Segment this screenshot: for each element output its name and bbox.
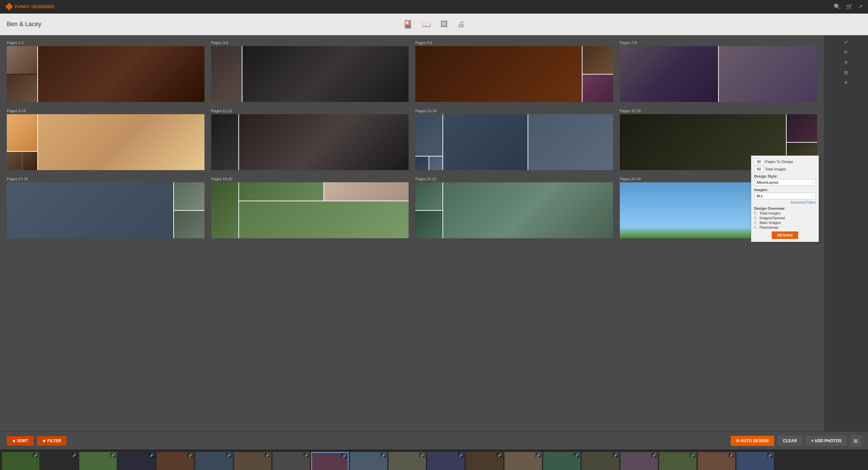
spread-3-4[interactable]: Pages 3-4 <box>211 41 409 102</box>
clear-button[interactable]: CLEAR <box>777 436 802 446</box>
album-grid: Pages 1-2 Pages 3-4 Pages 5-6 <box>0 35 824 431</box>
layout-icon[interactable]: 🖼 <box>440 20 448 29</box>
film-item-18[interactable]: ★☆☆☆☆ ♡ 🔗 <box>659 452 696 470</box>
film-item-13[interactable]: ★☆☆☆☆ ♡ 🔗 <box>466 452 503 470</box>
book-icon[interactable]: 📖 <box>422 20 431 29</box>
film-item-12[interactable]: ★☆☆☆☆ ♡ 🔗 <box>427 452 465 470</box>
main-images-label: Main Images <box>760 221 781 225</box>
secondary-bar: Ben & Lacey 🎴 📖 🖼 🖨 <box>0 14 868 35</box>
spread-17-18[interactable]: Pages 17-18 <box>7 177 204 238</box>
total-images-ov-row: 0 Total Images <box>754 211 816 215</box>
film-item-14[interactable]: ★☆☆☆☆ ♡ 🔗 <box>505 452 542 470</box>
design-style-value: AlbumLayout <box>756 180 778 184</box>
app-name: FUNDY DESIGNER <box>15 4 54 9</box>
add-photos-button[interactable]: + ADD PHOTOS <box>806 436 847 446</box>
spread-13-14[interactable]: Pages 13-14 <box>415 109 613 170</box>
film-item-20[interactable]: ★☆☆☆☆ ♡ 🔗 <box>736 452 774 470</box>
film-item-9[interactable]: ★☆☆☆☆ ♡ 🔗 <box>311 452 349 470</box>
spread-11-12[interactable]: Pages 11-12 <box>211 109 409 170</box>
cart-icon[interactable]: 🛒 <box>846 3 853 10</box>
film-item-5[interactable]: ★☆☆☆☆ ♡ 🔗 <box>157 452 194 470</box>
advanced-filters-link[interactable]: Advanced Filters <box>754 201 816 204</box>
add-photos-label: + ADD PHOTOS <box>811 438 842 443</box>
images-value: ALL <box>756 194 763 198</box>
spread-label: Pages 17-18 <box>7 177 204 181</box>
film-item-7[interactable]: ★☆☆☆☆ ♡ 🔗 <box>234 452 271 470</box>
film-item-16[interactable]: ★☆☆☆☆ ♡ 🔗 <box>582 452 619 470</box>
panoramas-val: 0 <box>754 225 758 229</box>
fundy-logo-icon <box>5 3 13 11</box>
images-dropdown[interactable]: ALL › <box>754 192 816 199</box>
chevron-icon2: › <box>812 194 813 198</box>
film-item-3[interactable]: ★☆☆☆☆ ♡ 🔗 <box>79 452 117 470</box>
film-item-11[interactable]: ★☆☆☆☆ ♡ 🔗 <box>389 452 426 470</box>
auto-design-label: ⟳ AUTO DESIGN <box>736 438 769 443</box>
auto-design-button[interactable]: ⟳ AUTO DESIGN <box>731 436 774 446</box>
top-icons: 🔍 🛒 ↗ <box>834 3 863 10</box>
film-item-2[interactable]: ★☆☆☆☆ ♡ 🔗 <box>41 452 78 470</box>
spread-9-10[interactable]: Pages 9-10 <box>7 109 204 170</box>
clear-label: CLEAR <box>783 438 797 443</box>
spread-19-20[interactable]: Pages 19-20 <box>211 177 409 238</box>
resize-icon[interactable]: ⤢ <box>843 38 849 46</box>
filter-button[interactable]: ◀ FILTER <box>37 436 66 446</box>
spread-label: Pages 7-8 <box>620 41 817 45</box>
film-strip: ★☆☆☆☆ ♡ 🔗 ★☆☆☆☆ ♡ 🔗 ★☆☆☆☆ ♡ 🔗 ★☆☆☆☆ ♡ <box>0 450 868 470</box>
right-panel: ⤢ ↻ ✕ ⊞ ✕ <box>824 35 868 431</box>
pages-to-design-label: Pages To Design <box>765 160 793 164</box>
total-images-ov-label: Total Images <box>760 211 781 215</box>
grid-view-button[interactable]: ⊞ <box>850 435 861 446</box>
film-item-17[interactable]: ★☆☆☆☆ ♡ 🔗 <box>620 452 658 470</box>
export-icon[interactable]: ↗ <box>858 3 863 10</box>
spread-21-22[interactable]: Pages 21-22 <box>415 177 613 238</box>
grid-view-icon: ⊞ <box>854 438 858 444</box>
refresh-icon[interactable]: ↻ <box>843 48 849 56</box>
film-item-19[interactable]: ★☆☆☆☆ ♡ 🔗 <box>698 452 735 470</box>
film-item-1[interactable]: ★☆☆☆☆ ♡ 🔗 <box>2 452 39 470</box>
app-logo: FUNDY DESIGNER <box>5 3 54 11</box>
main-images-val: 0 <box>754 221 758 225</box>
main-images-row: 0 Main Images <box>754 221 816 225</box>
film-item-10[interactable]: ★☆☆☆☆ ♡ 🔗 <box>350 452 387 470</box>
search-icon[interactable]: 🔍 <box>834 3 841 10</box>
film-item-6[interactable]: ★☆☆☆☆ ♡ 🔗 <box>195 452 233 470</box>
close-icon[interactable]: ✕ <box>843 79 849 87</box>
design-style-section: Design Style: <box>754 174 816 178</box>
spread-5-6[interactable]: Pages 5-6 <box>415 41 613 102</box>
design-button[interactable]: DESIGN <box>772 231 798 239</box>
design-style-dropdown[interactable]: AlbumLayout › <box>754 179 816 186</box>
spread-7-8[interactable]: Pages 7-8 <box>620 41 817 102</box>
filter-arrow-icon: ◀ <box>42 439 45 443</box>
print-icon[interactable]: 🖨 <box>457 20 465 29</box>
spread-label: Pages 19-20 <box>211 177 409 181</box>
filter-label: FILTER <box>47 438 61 443</box>
total-images-value: 60 <box>754 166 764 172</box>
spread-label: Pages 13-14 <box>415 109 613 113</box>
sort-button[interactable]: ◀ SORT <box>7 436 34 446</box>
total-images-label: Total Images <box>765 167 786 171</box>
design-popup: 40 Pages To Design 60 Total Images Desig… <box>751 156 819 242</box>
sort-arrow-icon: ◀ <box>12 439 15 443</box>
close-x-icon[interactable]: ✕ <box>843 58 849 66</box>
film-item-8[interactable]: ★☆☆☆☆ ♡ 🔗 <box>273 452 310 470</box>
project-title: Ben & Lacey <box>7 21 41 28</box>
total-images-row: 60 Total Images <box>754 166 816 172</box>
panoramas-label: Panoramas <box>760 225 778 229</box>
film-item-15[interactable]: ★☆☆☆☆ ♡ 🔗 <box>543 452 580 470</box>
main-content: Pages 1-2 Pages 3-4 Pages 5-6 <box>0 35 868 431</box>
spread-label: Pages 9-10 <box>7 109 204 113</box>
total-images-ov: 0 <box>754 211 758 215</box>
album-icon[interactable]: 🎴 <box>403 20 412 29</box>
grid-layout-icon[interactable]: ⊞ <box>843 68 849 77</box>
images-per-spread-val: 0 <box>754 216 758 220</box>
spread-label: Pages 5-6 <box>415 41 613 45</box>
top-bar: FUNDY DESIGNER 🔍 🛒 ↗ <box>0 0 868 14</box>
chevron-icon: › <box>812 181 813 184</box>
spread-label: Pages 1-2 <box>7 41 204 45</box>
film-item-4[interactable]: ★☆☆☆☆ ♡ 🔗 <box>118 452 155 470</box>
spread-1-2[interactable]: Pages 1-2 <box>7 41 204 102</box>
overview-section: Design Overview: <box>754 206 816 210</box>
pages-to-design-value: 40 <box>754 159 764 165</box>
panoramas-row: 0 Panoramas <box>754 225 816 229</box>
bottom-toolbar: ◀ SORT ◀ FILTER ⟳ AUTO DESIGN CLEAR + AD… <box>0 431 868 450</box>
